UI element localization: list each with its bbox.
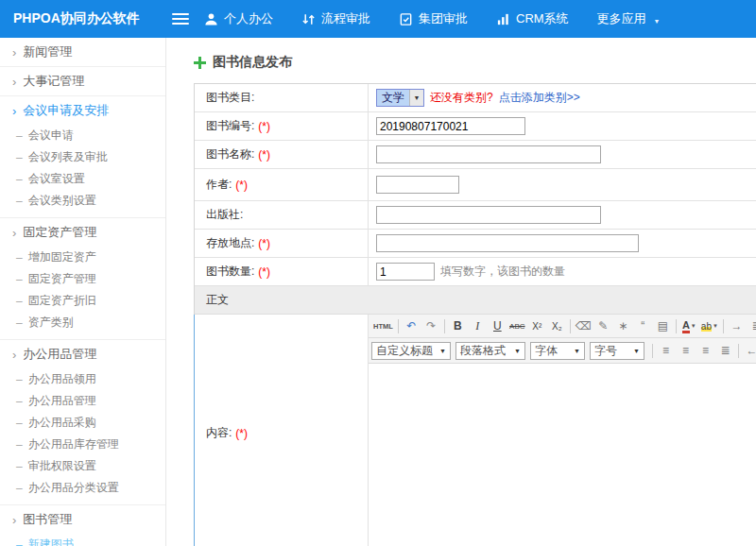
sidebar-item-asset-add[interactable]: 增加固定资产 — [0, 247, 165, 268]
category-select[interactable]: 文学 — [376, 89, 424, 107]
sidebar-group-news[interactable]: 新闻管理 — [0, 38, 165, 66]
nav-process-approval[interactable]: 流程审批 — [301, 10, 370, 27]
required-mark: (*) — [235, 427, 248, 440]
dash-icon — [16, 173, 23, 186]
sidebar-item-label: 办公用品领用 — [28, 371, 96, 387]
sidebar-item-supplies-inventory[interactable]: 办公用品库存管理 — [0, 434, 165, 455]
nav-group-approval[interactable]: 集团审批 — [399, 10, 468, 27]
sidebar-item-label: 会议列表及审批 — [28, 149, 108, 165]
book-no-input[interactable] — [376, 117, 525, 135]
indent-icon[interactable]: → — [727, 316, 747, 335]
sidebar-group-label: 图书管理 — [23, 511, 72, 528]
ordered-list-icon[interactable]: ≣ — [747, 316, 756, 335]
menu-icon[interactable] — [172, 13, 189, 25]
label-text: 作者: — [206, 177, 232, 193]
dash-icon — [16, 251, 23, 264]
outdent-icon[interactable]: ← — [742, 341, 756, 360]
sidebar-item-supplies-category[interactable]: 办公用品分类设置 — [0, 477, 165, 499]
select-label: 字号 — [594, 343, 617, 359]
underline-icon[interactable]: U — [488, 316, 507, 335]
dash-icon — [16, 395, 23, 408]
italic-icon[interactable]: I — [468, 316, 488, 335]
book-name-input[interactable] — [376, 145, 601, 163]
font-family-select[interactable]: 字体 — [530, 342, 585, 360]
no-category-hint: 还没有类别? — [430, 90, 493, 106]
sidebar-group-books[interactable]: 图书管理 — [0, 505, 165, 534]
required-mark: (*) — [258, 120, 270, 133]
dropdown-arrow-icon — [409, 90, 423, 106]
nav-label: 集团审批 — [419, 10, 468, 27]
chevron-down-icon — [574, 348, 580, 354]
format-brush-icon[interactable]: ✎ — [593, 316, 613, 335]
align-justify-icon[interactable]: ≣ — [715, 341, 735, 360]
highlight-color-button[interactable]: ab — [699, 316, 720, 335]
paragraph-format-select[interactable]: 段落格式 — [455, 342, 525, 360]
editor-toolbar-2: 自定义标题 段落格式 字体 字号 — [369, 338, 756, 364]
align-center-icon[interactable]: ≡ — [676, 341, 696, 360]
sidebar-item-meeting-category[interactable]: 会议类别设置 — [0, 190, 165, 212]
dash-icon — [16, 316, 23, 330]
sidebar-item-meeting-list[interactable]: 会议列表及审批 — [0, 146, 165, 168]
align-right-icon[interactable]: ≡ — [696, 341, 715, 360]
template-icon[interactable]: ▤ — [653, 316, 673, 335]
sidebar-item-meeting-room[interactable]: 会议室设置 — [0, 168, 165, 190]
superscript-icon[interactable]: X² — [527, 316, 547, 335]
sidebar-item-label: 会议申请 — [28, 128, 74, 144]
remove-format-icon[interactable]: ⌫ — [574, 316, 593, 335]
sidebar-item-book-new[interactable]: 新建图书 — [0, 534, 165, 546]
sidebar-item-approval-permission[interactable]: 审批权限设置 — [0, 455, 165, 477]
sidebar-item-supplies-manage[interactable]: 办公用品管理 — [0, 390, 165, 412]
toolbar-separator — [570, 319, 571, 333]
bold-icon[interactable]: B — [448, 316, 468, 335]
publisher-input[interactable] — [376, 206, 601, 224]
top-nav: 个人办公 流程审批 集团审批 CRM系统 更多应用 — [204, 10, 689, 27]
blockquote-icon[interactable]: “ — [633, 316, 653, 335]
sidebar-item-label: 办公用品分类设置 — [28, 480, 119, 496]
add-category-link[interactable]: 点击添加类别>> — [499, 90, 580, 106]
author-input[interactable] — [376, 176, 459, 194]
toolbar-separator — [738, 344, 739, 358]
sidebar-item-supplies-purchase[interactable]: 办公用品采购 — [0, 412, 165, 434]
sidebar-group-meetings[interactable]: 会议申请及安排 — [0, 96, 165, 125]
sidebar-group-supplies[interactable]: 办公用品管理 — [0, 340, 165, 368]
location-input[interactable] — [376, 234, 639, 252]
sidebar-item-supplies-claim[interactable]: 办公用品领用 — [0, 368, 165, 390]
form-row-book-no: 图书编号: (*) — [195, 112, 756, 141]
font-color-icon: A — [682, 319, 690, 333]
sidebar-item-asset-depreciation[interactable]: 固定资产折旧 — [0, 290, 165, 312]
align-left-icon[interactable]: ≡ — [656, 341, 676, 360]
sidebar-group-events[interactable]: 大事记管理 — [0, 67, 165, 95]
chevron-down-icon — [514, 348, 521, 354]
sidebar-group-assets[interactable]: 固定资产管理 — [0, 218, 165, 247]
subscript-icon[interactable]: X₂ — [547, 316, 567, 335]
quantity-hint: 填写数字，该图书的数量 — [440, 264, 565, 280]
redo-icon[interactable]: ↷ — [421, 316, 441, 335]
sidebar-item-asset-category[interactable]: 资产类别 — [0, 312, 165, 333]
sidebar-item-meeting-apply[interactable]: 会议申请 — [0, 125, 165, 146]
quantity-input[interactable] — [376, 263, 435, 281]
nav-crm[interactable]: CRM系统 — [496, 10, 569, 27]
sidebar-group: 新闻管理 — [0, 38, 165, 67]
editor-content[interactable] — [369, 364, 756, 546]
heading-select[interactable]: 自定义标题 — [371, 342, 451, 360]
chart-icon — [496, 12, 510, 26]
dash-icon — [16, 438, 23, 452]
nav-more-apps[interactable]: 更多应用 — [597, 10, 661, 27]
highlight-color-icon: ab — [701, 321, 712, 332]
font-color-button[interactable]: A — [679, 316, 699, 335]
sidebar-group: 大事记管理 — [0, 67, 165, 96]
sidebar-group-label: 固定资产管理 — [23, 224, 96, 241]
html-source-button[interactable]: HTML — [371, 316, 395, 335]
dash-icon — [16, 195, 23, 208]
sidebar-item-label: 审批权限设置 — [28, 458, 96, 474]
strikethrough-icon[interactable]: ABC — [507, 316, 527, 335]
nav-personal-office[interactable]: 个人办公 — [204, 10, 273, 27]
font-size-select[interactable]: 字号 — [590, 342, 644, 360]
doc-check-icon — [399, 12, 413, 26]
toolbar-separator — [652, 344, 653, 358]
undo-icon[interactable]: ↶ — [402, 316, 421, 335]
dash-icon — [16, 482, 23, 495]
sidebar-item-asset-manage[interactable]: 固定资产管理 — [0, 268, 165, 290]
auto-typeset-icon[interactable]: ∗ — [613, 316, 633, 335]
sidebar-item-label: 会议类别设置 — [28, 193, 96, 209]
